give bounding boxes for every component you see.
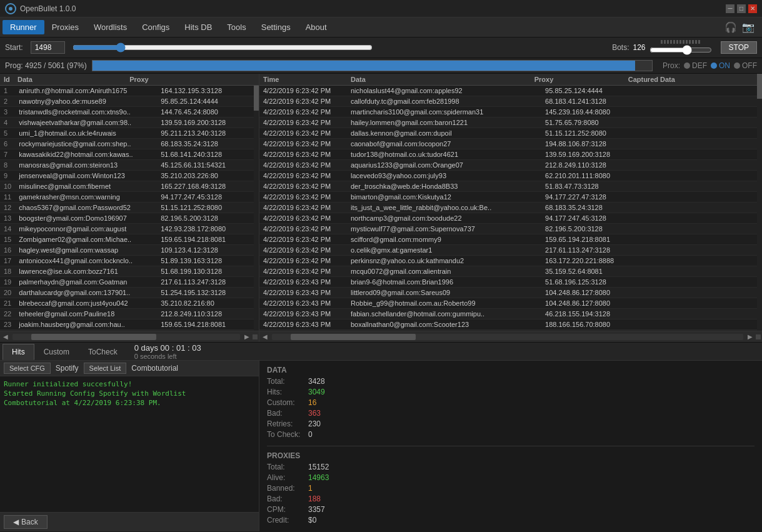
table-row[interactable]: 2 nawotny@yahoo.de:muse89 95.85.25.124:4… [0, 96, 254, 107]
table-row[interactable]: 4/22/2019 6:23:43 PM Robbie_g99@hotmail.… [259, 298, 762, 309]
menubar: Runner Proxies Wordlists Configs Hits DB… [0, 18, 762, 38]
row-proxy: 51.15.121.252:8080 [157, 203, 254, 213]
table-row[interactable]: 7 kawasakikid22@hotmail.com:kawas.. 51.6… [0, 149, 254, 160]
right-vscroll[interactable] [757, 74, 762, 331]
list-value: Combotutorial [131, 364, 178, 373]
table-row[interactable]: 19 palmerhaydn@gmail.com:Goatman 217.61.… [0, 277, 254, 288]
table-row[interactable]: 4/22/2019 6:23:42 PM mysticwulf77@gmail.… [259, 224, 762, 234]
table-row[interactable]: 4/22/2019 6:23:42 PM perkinsnz@yahoo.co.… [259, 256, 762, 266]
start-input[interactable] [31, 41, 65, 54]
left-scroll-right-arrow[interactable]: ▶ [243, 333, 251, 340]
table-row[interactable]: 4/22/2019 6:23:42 PM caonabof@gmail.com:… [259, 139, 762, 149]
table-row[interactable]: 13 boogster@ymail.com:Domo196907 82.196.… [0, 213, 254, 224]
right-scroll-left-arrow[interactable]: ◀ [261, 333, 269, 340]
table-row[interactable]: 4/22/2019 6:23:42 PM scifford@gmail.com:… [259, 234, 762, 245]
table-row[interactable]: 4/22/2019 6:23:42 PM mcqu0072@gmail.com:… [259, 266, 762, 277]
maximize-button[interactable]: □ [737, 4, 746, 13]
menu-item-settings[interactable]: Settings [254, 20, 298, 34]
table-row[interactable]: 4/22/2019 6:23:43 PM boxallnathan0@gmail… [259, 319, 762, 330]
stat-tocheck: To Check: 0 [267, 430, 754, 439]
left-table-scroll[interactable]: 1 aniruth.r@hotmail.com:Aniruth1675 164.… [0, 86, 254, 331]
table-row[interactable]: 20 darthalucardgr@gmail.com:137901.. 51.… [0, 288, 254, 298]
table-row[interactable]: 4/22/2019 6:23:42 PM martincharis3100@gm… [259, 107, 762, 118]
row-data: hagley.west@gmail.com:wassap [15, 245, 157, 256]
camera-icon[interactable]: 📷 [742, 21, 754, 33]
table-row[interactable]: 5 umi_1@hotmail.co.uk:le4ruwais 95.211.2… [0, 128, 254, 139]
table-row[interactable]: 6 rockymariejustice@gmail.com:shep.. 68.… [0, 139, 254, 149]
table-row[interactable]: 4/22/2019 6:23:42 PM aquarius1233@gmail.… [259, 160, 762, 171]
bots-control: Bots: 126 STOP [612, 40, 757, 55]
table-row[interactable]: 9 jensenveal@gmail.com:Winton123 35.210.… [0, 171, 254, 181]
menu-item-tools[interactable]: Tools [219, 20, 253, 34]
table-row[interactable]: 8 manosras@gmail.com:steiron13 45.125.66… [0, 160, 254, 171]
table-row[interactable]: 17 antoniocox441@gmail.com:locknclo.. 51… [0, 256, 254, 266]
select-cfg-button[interactable]: Select CFG [4, 363, 51, 374]
row-captured [635, 298, 762, 309]
row-proxy: 82.196.5.200:3128 [157, 213, 254, 224]
right-scroll-right-arrow[interactable]: ▶ [746, 333, 754, 340]
table-row[interactable]: 4/22/2019 6:23:42 PM bimarton@gmail.com:… [259, 192, 762, 203]
row-captured [635, 128, 762, 139]
table-row[interactable]: 18 lawrence@ise.uk.com:bozz7161 51.68.19… [0, 266, 254, 277]
table-row[interactable]: 11 gamekrasher@msn.com:warning 94.177.24… [0, 192, 254, 203]
table-row[interactable]: 16 hagley.west@gmail.com:wassap 109.123.… [0, 245, 254, 256]
table-row[interactable]: 21 blrebeccaf@gmail.com:just4you042 35.2… [0, 298, 254, 309]
table-row[interactable]: 12 chaos5367@gmail.com:Password52 51.15.… [0, 203, 254, 213]
bots-slider[interactable] [649, 45, 712, 55]
menu-item-configs[interactable]: Configs [134, 20, 177, 34]
row-proxy: 212.8.249.110:3128 [157, 309, 254, 319]
table-row[interactable]: 23 joakim.hausberg@gmail.com:hau.. 159.6… [0, 319, 254, 330]
menu-item-proxies[interactable]: Proxies [44, 20, 86, 34]
right-table-scroll[interactable]: 4/22/2019 6:23:42 PM nicholaslust44@gmai… [259, 86, 762, 331]
table-row[interactable]: 10 misulinec@gmail.com:fibernet 165.227.… [0, 181, 254, 192]
menu-item-wordlists[interactable]: Wordlists [86, 20, 134, 34]
table-row[interactable]: 4/22/2019 6:23:43 PM brian9-6@hotmail.co… [259, 277, 762, 288]
table-row[interactable]: 4/22/2019 6:23:42 PM hailey.lommen@gmail… [259, 118, 762, 128]
headphones-icon[interactable]: 🎧 [724, 21, 737, 33]
table-row[interactable]: 4/22/2019 6:23:42 PM its_just_a_wee_litt… [259, 203, 762, 213]
on-toggle[interactable]: ON [711, 61, 730, 70]
row-rdata: o.celik@gmx.at:gamestar1 [347, 245, 541, 256]
close-button[interactable]: ✕ [748, 4, 757, 13]
table-row[interactable]: 4/22/2019 6:23:43 PM fabian.schellander@… [259, 309, 762, 319]
select-list-button[interactable]: Select List [84, 363, 127, 374]
menu-item-runner[interactable]: Runner [3, 20, 44, 34]
tab-custom[interactable]: Custom [34, 344, 79, 360]
table-row[interactable]: 4/22/2019 6:23:42 PM nicholaslust44@gmai… [259, 86, 762, 96]
left-hscroll-bar[interactable] [13, 334, 240, 340]
menu-item-about[interactable]: About [298, 20, 334, 34]
row-proxy: 35.210.82.216:80 [157, 298, 254, 309]
row-time: 4/22/2019 6:23:43 PM [259, 277, 347, 288]
controlbar: Start: Bots: 126 STOP [0, 38, 762, 58]
row-proxy: 51.68.141.240:3128 [157, 149, 254, 160]
row-id: 17 [0, 256, 15, 266]
start-slider[interactable] [73, 43, 373, 53]
table-row[interactable]: 4/22/2019 6:23:42 PM der_troschka@web.de… [259, 181, 762, 192]
stop-button[interactable]: STOP [721, 41, 757, 54]
table-row[interactable]: 4/22/2019 6:23:42 PM o.celik@gmx.at:game… [259, 245, 762, 256]
tab-tocheck[interactable]: ToCheck [79, 344, 127, 360]
left-scrollbar[interactable] [254, 86, 259, 331]
table-row[interactable]: 4/22/2019 6:23:43 PM littlerod09@gmail.c… [259, 288, 762, 298]
table-row[interactable]: 22 teheeler@gmail.com:Pauline18 212.8.24… [0, 309, 254, 319]
table-row[interactable]: 1 aniruth.r@hotmail.com:Aniruth1675 164.… [0, 86, 254, 96]
menu-item-hitsdb[interactable]: Hits DB [177, 20, 219, 34]
right-hscroll-bar[interactable] [272, 334, 743, 340]
table-row[interactable]: 4/22/2019 6:23:42 PM callofduty.tc@gmail… [259, 96, 762, 107]
tab-hits[interactable]: Hits [3, 344, 34, 360]
table-row[interactable]: 4/22/2019 6:23:42 PM tudor138@hotmail.co… [259, 149, 762, 160]
table-row[interactable]: 15 Zombigamer02@gmail.com:Michae.. 159.6… [0, 234, 254, 245]
table-row[interactable]: 3 tristanwdls@rocketmail.com:xtns9o.. 14… [0, 107, 254, 118]
table-row[interactable]: 4/22/2019 6:23:42 PM northcamp3@gmail.co… [259, 213, 762, 224]
table-row[interactable]: 4/22/2019 6:23:42 PM lacevedo93@yahoo.co… [259, 171, 762, 181]
off-toggle[interactable]: OFF [734, 61, 757, 70]
table-row[interactable]: 4/22/2019 6:23:42 PM dallas.kennon@gmail… [259, 128, 762, 139]
table-row[interactable]: 4 vishwajeetvatharkar@gmail.com:98.. 139… [0, 118, 254, 128]
window-controls: ─ □ ✕ [726, 4, 757, 13]
right-data-rows: 4/22/2019 6:23:42 PM nicholaslust44@gmai… [259, 86, 762, 331]
back-button[interactable]: ◀ Back [4, 515, 48, 529]
def-toggle[interactable]: DEF [684, 61, 707, 70]
minimize-button[interactable]: ─ [726, 4, 734, 13]
left-scroll-left-arrow[interactable]: ◀ [1, 333, 10, 340]
table-row[interactable]: 14 mikeypoconnor@gmail.com:august 142.93… [0, 224, 254, 234]
